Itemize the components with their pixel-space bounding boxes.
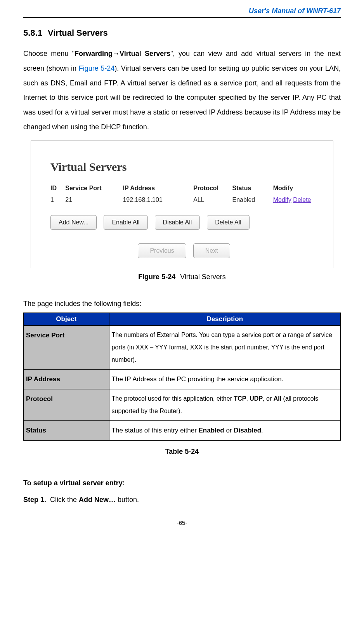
table-row: 1 21 192.168.1.101 ALL Enabled Modify De… (47, 196, 321, 215)
table-header-object: Object (24, 313, 109, 325)
enable-all-button[interactable]: Enable All (104, 215, 147, 230)
figure-screenshot: Virtual Servers ID Service Port IP Addre… (31, 141, 333, 268)
figure-link[interactable]: Figure 5-24 (79, 64, 115, 72)
header-divider (23, 17, 341, 18)
desc-cell: The protocol used for this application, … (109, 389, 340, 420)
col-header-status: Status (232, 185, 273, 192)
table-row: Service Port The numbers of External Por… (24, 325, 341, 369)
previous-button: Previous (138, 243, 186, 258)
intro-paragraph: Choose menu "Forwarding→Virtual Servers"… (23, 47, 341, 135)
obj-cell: Service Port (24, 325, 109, 369)
setup-heading: To setup a virtual server entry: (23, 479, 341, 487)
col-header-modify: Modify (273, 185, 321, 192)
section-title: Virtual Servers (48, 28, 108, 38)
object-description-table: Object Description Service Port The numb… (23, 313, 341, 441)
delete-link[interactable]: Delete (293, 196, 311, 203)
desc-cell: The status of this entry either Enabled … (109, 420, 340, 440)
nav-button-row: Previous Next (47, 243, 321, 258)
button-row: Add New... Enable All Disable All Delete… (50, 215, 321, 230)
cell-status: Enabled (232, 196, 273, 203)
col-header-protocol: Protocol (193, 185, 232, 192)
header-title: User's Manual of WNRT-617 (23, 0, 341, 17)
cell-ip: 192.168.1.101 (123, 196, 193, 203)
modify-link[interactable]: Modify (273, 196, 291, 203)
menu-path: Forwarding→Virtual Servers (75, 50, 170, 57)
desc-cell: The IP Address of the PC providing the s… (109, 369, 340, 389)
obj-cell: Protocol (24, 389, 109, 420)
cell-service-port: 21 (65, 196, 123, 203)
section-number: 5.8.1 (23, 28, 42, 38)
figure-caption-number: Figure 5-24 (138, 273, 175, 281)
step-label: Step 1. (23, 496, 46, 504)
delete-all-button[interactable]: Delete All (207, 215, 250, 230)
col-header-service-port: Service Port (65, 185, 123, 192)
table-header-description: Description (109, 313, 340, 325)
col-header-ip: IP Address (123, 185, 193, 192)
table-caption: Table 5-24 (23, 448, 341, 456)
obj-cell: IP Address (24, 369, 109, 389)
cell-id: 1 (50, 196, 65, 203)
fields-intro: The page includes the following fields: (23, 300, 341, 308)
figure-caption: Figure 5-24Virtual Servers (23, 273, 341, 281)
table-header-row: ID Service Port IP Address Protocol Stat… (47, 183, 321, 196)
next-button: Next (193, 243, 230, 258)
table-row: Status The status of this entry either E… (24, 420, 341, 440)
table-row: Protocol The protocol used for this appl… (24, 389, 341, 420)
obj-cell: Status (24, 420, 109, 440)
figure-caption-text: Virtual Servers (180, 273, 226, 281)
cell-protocol: ALL (193, 196, 232, 203)
desc-cell: The numbers of External Ports. You can t… (109, 325, 340, 369)
add-new-button[interactable]: Add New... (50, 215, 97, 230)
page-number: -65- (23, 519, 341, 536)
cell-modify: Modify Delete (273, 196, 321, 203)
section-heading: 5.8.1Virtual Servers (23, 28, 341, 38)
col-header-id: ID (50, 185, 65, 192)
table-row: IP Address The IP Address of the PC prov… (24, 369, 341, 389)
step-1: Step 1.Click the Add New… button. (23, 496, 341, 504)
disable-all-button[interactable]: Disable All (155, 215, 200, 230)
screenshot-title: Virtual Servers (50, 160, 321, 174)
